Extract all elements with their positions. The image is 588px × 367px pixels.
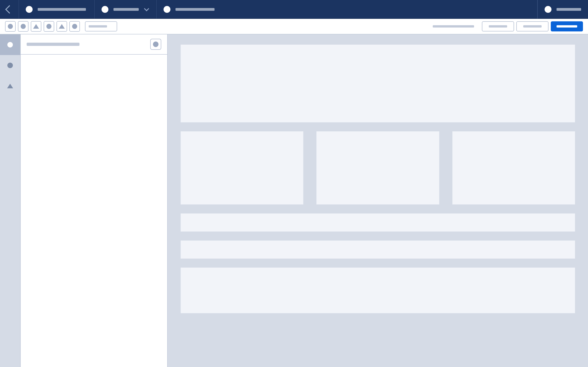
card-b[interactable] <box>316 131 439 205</box>
panel-action-button[interactable] <box>150 39 161 50</box>
toolbar: Search Status Cancel Preview Save <box>0 19 588 34</box>
rail-item-1[interactable] <box>0 34 20 55</box>
chevron-down-icon <box>144 6 149 11</box>
status-text <box>433 25 474 27</box>
tool-2[interactable] <box>18 21 28 32</box>
circle-icon <box>21 24 26 29</box>
rail-item-2[interactable] <box>0 55 20 76</box>
button-label <box>489 25 507 27</box>
circle-icon <box>153 42 158 47</box>
triangle-icon <box>7 84 13 88</box>
nav-section-1[interactable]: Workspace <box>19 0 95 19</box>
circle-icon <box>7 42 13 48</box>
nav-user[interactable]: Account <box>537 0 588 19</box>
row-2[interactable] <box>181 240 575 259</box>
triangle-icon <box>33 24 39 29</box>
nav-label-2 <box>113 8 139 11</box>
nav-label-1 <box>38 8 86 11</box>
row-1[interactable] <box>181 213 575 232</box>
primary-button[interactable]: Save <box>551 21 583 31</box>
top-navigation: Back Workspace Project Document Account <box>0 0 588 19</box>
detail-card[interactable] <box>181 267 575 313</box>
secondary-button-2[interactable]: Preview <box>516 21 548 31</box>
circle-icon <box>72 24 77 29</box>
circle-icon <box>164 6 170 13</box>
tool-3[interactable] <box>31 21 41 32</box>
circle-icon <box>8 24 13 29</box>
search-placeholder <box>89 25 107 27</box>
button-label <box>523 25 542 27</box>
circle-icon <box>46 24 52 29</box>
button-label <box>556 25 577 27</box>
panel-body[interactable] <box>21 55 167 367</box>
rail-item-3[interactable] <box>0 76 20 96</box>
tool-4[interactable] <box>44 21 54 32</box>
side-panel: Panel title <box>21 34 168 367</box>
search-input[interactable]: Search <box>85 21 117 31</box>
main-canvas[interactable] <box>168 34 588 367</box>
triangle-icon <box>59 24 65 29</box>
body: Panel title <box>0 34 588 367</box>
nav-section-3[interactable]: Document <box>157 0 537 19</box>
circle-icon <box>545 6 552 13</box>
card-row <box>181 131 575 205</box>
back-button[interactable]: Back <box>0 0 19 19</box>
tool-1[interactable] <box>5 21 16 32</box>
circle-icon <box>7 63 13 68</box>
tool-6[interactable] <box>69 21 80 32</box>
nav-section-2[interactable]: Project <box>95 0 157 19</box>
nav-label-3 <box>175 8 215 11</box>
panel-title <box>27 43 79 46</box>
circle-icon <box>102 6 108 13</box>
tool-5[interactable] <box>57 21 67 32</box>
hero-card[interactable] <box>181 44 575 123</box>
card-a[interactable] <box>181 131 303 205</box>
nav-user-label <box>556 8 581 11</box>
panel-header: Panel title <box>21 34 167 55</box>
secondary-button-1[interactable]: Cancel <box>482 21 514 31</box>
left-rail <box>0 34 21 367</box>
arrow-left-icon <box>5 5 14 14</box>
card-c[interactable] <box>452 131 575 205</box>
circle-icon <box>26 6 33 13</box>
